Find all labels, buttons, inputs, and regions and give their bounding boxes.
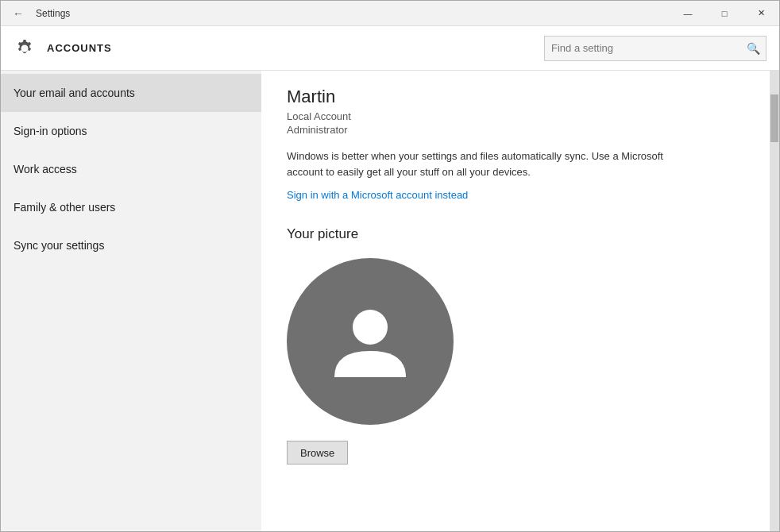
content-area: Your email and accounts Sign-in options … [1, 71, 779, 531]
sidebar-item-work-access[interactable]: Work access [1, 150, 261, 188]
close-button[interactable]: ✕ [743, 1, 779, 26]
your-picture-title: Your picture [287, 226, 744, 242]
sidebar-item-label: Your email and accounts [14, 87, 135, 99]
gear-icon [14, 37, 36, 60]
back-button[interactable]: ← [7, 2, 29, 25]
main-content: Martin Local Account Administrator Windo… [261, 71, 770, 531]
sidebar-item-label: Sign-in options [14, 125, 87, 137]
sidebar-item-label: Work access [14, 163, 77, 175]
maximize-button[interactable]: □ [706, 1, 743, 26]
header-left: ACCOUNTS [14, 37, 112, 60]
scrollbar-track[interactable] [770, 71, 779, 531]
title-bar-left: ← Settings [7, 2, 70, 25]
search-icon: 🔍 [747, 42, 760, 55]
header-title: ACCOUNTS [47, 42, 112, 54]
user-name: Martin [287, 87, 744, 107]
svg-point-0 [353, 310, 388, 345]
account-role: Administrator [287, 124, 744, 136]
sidebar: Your email and accounts Sign-in options … [1, 71, 261, 531]
window-title: Settings [36, 8, 70, 19]
window-controls: — □ ✕ [670, 1, 779, 26]
sidebar-item-sync-settings[interactable]: Sync your settings [1, 226, 261, 264]
scrollbar-thumb[interactable] [770, 94, 778, 142]
search-icon-button[interactable]: 🔍 [740, 36, 766, 61]
avatar-icon [322, 294, 418, 389]
header-area: ACCOUNTS 🔍 [1, 26, 779, 71]
minimize-button[interactable]: — [670, 1, 706, 26]
title-bar: ← Settings — □ ✕ [1, 1, 779, 26]
sidebar-item-email-accounts[interactable]: Your email and accounts [1, 74, 261, 112]
account-type: Local Account [287, 110, 744, 122]
sync-info: Windows is better when your settings and… [287, 148, 684, 179]
sidebar-item-family-users[interactable]: Family & other users [1, 188, 261, 226]
sidebar-item-sign-in-options[interactable]: Sign-in options [1, 112, 261, 150]
sidebar-item-label: Sync your settings [14, 239, 104, 252]
search-box: 🔍 [544, 36, 766, 61]
ms-account-link[interactable]: Sign in with a Microsoft account instead [287, 189, 468, 201]
avatar [287, 258, 454, 425]
search-input[interactable] [545, 42, 740, 54]
sidebar-item-label: Family & other users [14, 201, 115, 214]
browse-button[interactable]: Browse [287, 441, 348, 465]
app-window: ← Settings — □ ✕ ACCOUNTS 🔍 [0, 0, 780, 532]
